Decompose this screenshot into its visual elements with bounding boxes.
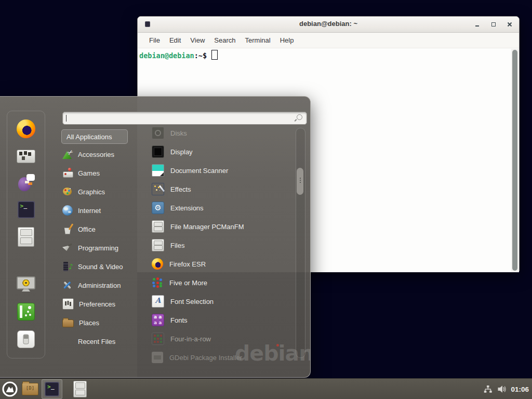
favorites-column	[7, 111, 45, 358]
favorite-file-manager[interactable]	[7, 227, 45, 247]
favorite-pidgin[interactable]	[7, 173, 45, 192]
favorite-menu-editor[interactable]	[7, 150, 45, 163]
internet-icon	[62, 205, 73, 216]
text-caret	[66, 115, 66, 122]
menu-editor-icon	[17, 150, 35, 163]
terminal-menubar: File Edit View Search Terminal Help	[138, 33, 519, 48]
menu-edit[interactable]: Edit	[165, 36, 185, 44]
power-off-icon	[17, 330, 35, 348]
category-programming[interactable]: Programming	[59, 238, 142, 257]
favorite-firefox[interactable]	[7, 119, 45, 138]
sound-video-icon	[62, 261, 73, 272]
menu-scrollbar-thumb[interactable]	[297, 168, 303, 195]
document-scanner-icon	[152, 164, 164, 177]
preferences-icon	[62, 298, 74, 310]
app-extensions[interactable]: Extensions	[147, 198, 295, 217]
category-accessories[interactable]: Accessories	[59, 145, 142, 164]
gdebi-icon	[152, 352, 163, 363]
app-file-manager-pcmanfm[interactable]: File Manager PCManFM	[147, 217, 295, 236]
folder-icon	[22, 383, 38, 395]
app-four-in-a-row[interactable]: Four-in-a-row	[147, 329, 295, 348]
category-internet[interactable]: Internet	[59, 201, 142, 220]
clock[interactable]: 01:06	[511, 385, 529, 393]
category-graphics[interactable]: Graphics	[59, 182, 142, 201]
prompt-path: :~$	[194, 51, 207, 60]
category-list: Accessories Games Graphics Internet Offi…	[59, 145, 142, 351]
search-input[interactable]	[62, 112, 307, 125]
maximize-icon[interactable]	[490, 21, 497, 28]
lock-screen-button[interactable]	[7, 276, 45, 291]
app-firefox-esr[interactable]: Firefox ESR	[147, 255, 295, 273]
category-all-applications[interactable]: All Applications	[61, 129, 128, 144]
system-tray: 01:06	[483, 379, 529, 399]
lock-screen-icon	[17, 276, 35, 291]
favorite-terminal[interactable]	[7, 201, 45, 218]
graphics-icon	[62, 187, 73, 197]
file-manager-window-button[interactable]	[70, 379, 90, 399]
places-icon	[62, 320, 74, 327]
file-cabinet-icon	[18, 227, 34, 247]
office-icon	[62, 224, 73, 234]
administration-icon	[62, 280, 73, 290]
volume-icon[interactable]	[497, 384, 507, 394]
effects-icon	[152, 183, 164, 195]
category-games[interactable]: Games	[59, 164, 142, 182]
applications-menu: debian	[0, 96, 311, 378]
app-five-or-more[interactable]: Five or More	[147, 273, 295, 292]
menu-view[interactable]: View	[185, 36, 209, 44]
app-fonts[interactable]: Fonts	[147, 311, 295, 329]
category-sound-video[interactable]: Sound & Video	[59, 257, 142, 276]
menu-button[interactable]	[0, 379, 20, 399]
terminal-icon	[18, 201, 35, 218]
four-in-a-row-icon	[152, 332, 164, 345]
power-off-button[interactable]	[7, 330, 45, 348]
file-cabinet-icon	[152, 239, 164, 251]
app-gdebi-package-installer[interactable]: GDebi Package Installer	[147, 348, 295, 367]
menu-file[interactable]: File	[144, 36, 165, 44]
terminal-window-title: debian@debian: ~	[138, 20, 519, 28]
programming-icon	[62, 243, 73, 253]
app-files[interactable]: Files	[147, 236, 295, 255]
pidgin-icon	[17, 173, 35, 192]
terminal-scrollbar-thumb[interactable]	[512, 50, 517, 271]
five-or-more-icon	[152, 277, 163, 288]
category-places[interactable]: Places	[59, 313, 142, 332]
taskbar-launchers	[0, 379, 90, 399]
terminal-icon	[45, 382, 59, 396]
folder-launcher[interactable]	[20, 379, 41, 399]
menu-terminal[interactable]: Terminal	[241, 36, 275, 44]
category-recent-files[interactable]: Recent Files	[59, 332, 142, 351]
file-cabinet-icon	[152, 220, 164, 233]
category-label: All Applications	[66, 133, 112, 141]
menu-search[interactable]: Search	[209, 36, 240, 44]
app-font-selection[interactable]: Font Selection	[147, 292, 295, 311]
prompt-user-host: debian@debian	[139, 51, 194, 60]
taskbar: 01:06	[0, 378, 532, 399]
app-document-scanner[interactable]: Document Scanner	[147, 161, 295, 180]
menu-scrollbar[interactable]	[296, 128, 305, 358]
app-effects[interactable]: Effects	[147, 180, 295, 198]
extensions-icon	[152, 202, 164, 214]
terminal-window-button[interactable]	[42, 379, 62, 399]
log-out-icon	[17, 303, 35, 321]
terminal-titlebar[interactable]: debian@debian: ~	[138, 17, 519, 33]
category-administration[interactable]: Administration	[59, 276, 142, 295]
menu-logo-icon	[2, 381, 18, 397]
app-display[interactable]: Display	[147, 142, 295, 161]
terminal-cursor	[211, 50, 218, 60]
category-office[interactable]: Office	[59, 220, 142, 238]
category-preferences[interactable]: Preferences	[59, 295, 142, 313]
minimize-icon[interactable]	[474, 21, 481, 28]
network-icon[interactable]	[483, 384, 493, 394]
search-icon	[297, 114, 302, 120]
menu-help[interactable]: Help	[275, 36, 299, 44]
disks-icon	[152, 127, 164, 139]
close-icon[interactable]	[507, 21, 513, 28]
terminal-scrollbar[interactable]	[511, 49, 518, 272]
desktop-wallpaper: debian@debian: ~ File Edit View Search T…	[0, 0, 532, 399]
app-disks[interactable]: Disks	[147, 124, 295, 142]
log-out-button[interactable]	[7, 303, 45, 321]
games-icon	[62, 168, 73, 178]
accessories-icon	[62, 149, 73, 159]
display-icon	[152, 145, 164, 158]
